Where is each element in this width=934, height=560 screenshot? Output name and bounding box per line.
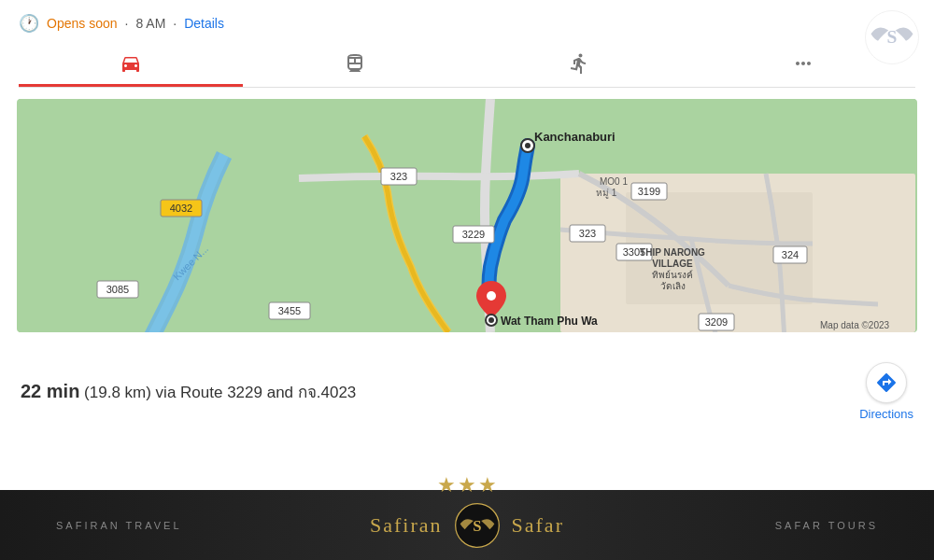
svg-text:VILLAGE: VILLAGE (652, 259, 693, 269)
tab-walk[interactable] (467, 43, 691, 87)
open-time: 8 AM (135, 16, 165, 31)
svg-text:S: S (473, 516, 481, 534)
star-1: ★ (437, 473, 456, 497)
svg-text:3085: 3085 (106, 284, 129, 295)
route-text: 22 min (19.8 km) via Route 3229 and กจ.4… (21, 379, 356, 404)
route-info: 22 min (19.8 km) via Route 3229 and กจ.4… (0, 343, 934, 440)
svg-text:4032: 4032 (170, 203, 192, 214)
clock-icon: 🕐 (19, 13, 39, 34)
bottom-side-left-text: Safiran Travel (56, 520, 182, 531)
star-3: ★ (478, 473, 497, 497)
brand-right: Safar (512, 513, 564, 538)
svg-text:หมู่ 1: หมู่ 1 (596, 188, 617, 199)
separator-2: · (173, 16, 177, 31)
svg-text:THIP NARONG: THIP NARONG (640, 247, 705, 258)
svg-point-33 (525, 143, 531, 148)
svg-text:3199: 3199 (638, 186, 660, 197)
top-bar: 🕐 Opens soon · 8 AM · Details S (0, 0, 934, 88)
opens-soon-text: Opens soon (47, 16, 118, 31)
tab-more[interactable] (691, 43, 915, 87)
bottom-side-right-text: Safar Tours (775, 520, 878, 531)
svg-text:323: 323 (390, 171, 407, 182)
brand-left: Safiran (370, 513, 443, 538)
svg-text:3455: 3455 (278, 305, 301, 316)
map-svg: Kwee N... 323 3229 4032 3085 3 (17, 99, 917, 332)
svg-text:323: 323 (579, 228, 596, 239)
bottom-logo-center: Safiran S Safar (370, 502, 564, 549)
transport-tabs (19, 43, 915, 88)
details-link[interactable]: Details (184, 16, 224, 31)
tab-transit[interactable] (243, 43, 467, 87)
svg-text:3229: 3229 (462, 229, 485, 240)
tab-car[interactable] (19, 43, 243, 87)
star-2: ★ (458, 473, 476, 497)
svg-text:Wat Tham Phu Wa: Wat Tham Phu Wa (501, 315, 598, 328)
bottom-emblem: S (454, 502, 501, 549)
svg-text:วัดเลิง: วัดเลิง (660, 281, 686, 291)
directions-circle-icon (866, 362, 907, 403)
hours-row: 🕐 Opens soon · 8 AM · Details (19, 13, 915, 34)
svg-text:324: 324 (782, 249, 799, 260)
svg-text:Kanchanaburi: Kanchanaburi (534, 130, 616, 144)
route-duration: 22 min (21, 381, 79, 401)
svg-point-38 (488, 317, 494, 323)
svg-text:Map data ©2023: Map data ©2023 (820, 320, 890, 330)
svg-text:ทิพย์นรงค์: ทิพย์นรงค์ (652, 270, 693, 280)
svg-point-36 (487, 291, 496, 301)
route-distance: (19.8 km) via Route 3229 and กจ.4023 (84, 384, 356, 401)
bottom-stars: ★ ★ ★ (437, 473, 497, 497)
map-container: Kwee N... 323 3229 4032 3085 3 (17, 99, 917, 332)
directions-button[interactable]: Directions (859, 362, 913, 421)
directions-label: Directions (859, 407, 913, 421)
svg-text:MO0 1: MO0 1 (600, 176, 628, 187)
svg-text:3209: 3209 (705, 316, 728, 328)
separator-1: · (125, 16, 129, 31)
bottom-bar: ★ ★ ★ Safiran Travel Safiran S Safar Saf… (0, 490, 934, 560)
